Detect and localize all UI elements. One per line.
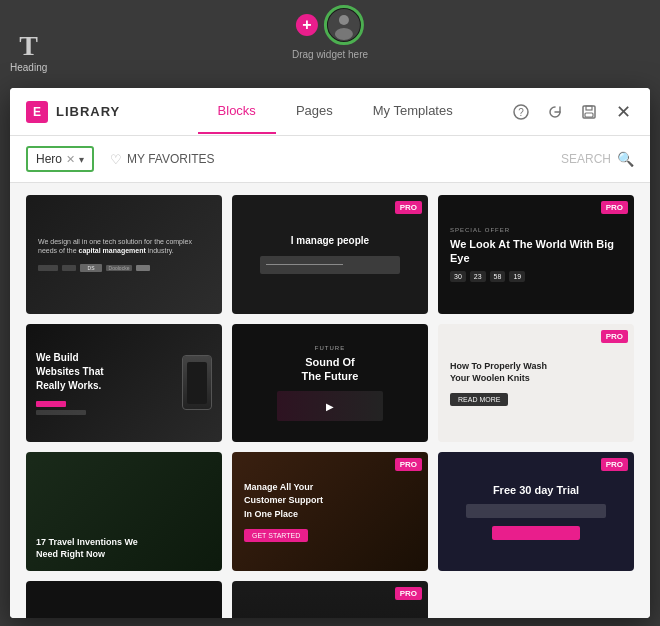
- block-text: We BuildWebsites ThatReally Works.: [36, 351, 174, 415]
- block-item[interactable]: I manage people: [26, 581, 222, 618]
- timer-unit: 58: [490, 271, 506, 282]
- block-item[interactable]: PRO How To Properly WashYour Woolen Knit…: [438, 324, 634, 443]
- block-item[interactable]: PRO WELCOME!: [232, 581, 428, 618]
- search-area: SEARCH 🔍: [561, 151, 634, 167]
- block-logos: DS Doolocke: [38, 264, 210, 272]
- block-title: We Look At The World With Big Eye: [450, 237, 622, 266]
- widget-preview-circle: [324, 5, 364, 45]
- block-title: We BuildWebsites ThatReally Works.: [36, 351, 174, 393]
- drag-widget-area: + Drag widget here: [292, 5, 368, 60]
- library-logo: E: [26, 101, 48, 123]
- pro-badge: PRO: [395, 587, 422, 600]
- block-item[interactable]: PRO Manage All YourCustomer SupportIn On…: [232, 452, 428, 571]
- modal-header-actions: ? ✕: [510, 101, 634, 123]
- phone-mockup: [182, 355, 212, 410]
- help-icon: ?: [513, 104, 529, 120]
- category-label: Hero: [36, 152, 62, 166]
- block-thumbnail: [277, 391, 383, 421]
- tab-my-templates[interactable]: My Templates: [353, 89, 473, 134]
- favorites-button[interactable]: ♡ MY FAVORITES: [102, 148, 223, 171]
- logo-3: DS: [80, 264, 102, 272]
- favorites-label: MY FAVORITES: [127, 152, 215, 166]
- drag-widget-text: Drag widget here: [292, 49, 368, 60]
- timer-unit: 23: [470, 271, 486, 282]
- blocks-grid: We design all in one tech solution for t…: [26, 195, 634, 618]
- dropdown-chevron-icon: ▾: [79, 154, 84, 165]
- svg-text:?: ?: [518, 107, 524, 118]
- block-title: How To Properly WashYour Woolen Knits: [450, 360, 622, 385]
- block-item[interactable]: PRO SPECIAL OFFER We Look At The World W…: [438, 195, 634, 314]
- filter-bar: Hero ✕ ▾ ♡ MY FAVORITES SEARCH 🔍: [10, 136, 650, 183]
- category-dropdown[interactable]: Hero ✕ ▾: [26, 146, 94, 172]
- block-input: [260, 256, 401, 274]
- block-form-button: [492, 526, 580, 540]
- block-title: Sound OfThe Future: [302, 355, 359, 384]
- save-icon: [581, 104, 597, 120]
- library-modal: E LIBRARY Blocks Pages My Templates ?: [10, 88, 650, 618]
- widget-icon: [327, 8, 361, 42]
- modal-tabs: Blocks Pages My Templates: [160, 89, 510, 134]
- pro-badge: PRO: [395, 201, 422, 214]
- block-item[interactable]: FUTURE Sound OfThe Future: [232, 324, 428, 443]
- heart-icon: ♡: [110, 152, 122, 167]
- refresh-button[interactable]: [544, 101, 566, 123]
- block-item[interactable]: PRO Free 30 day Trial: [438, 452, 634, 571]
- pro-badge: PRO: [601, 458, 628, 471]
- heading-widget: T Heading: [10, 30, 47, 73]
- timer-unit: 19: [509, 271, 525, 282]
- pro-badge: PRO: [601, 330, 628, 343]
- tab-pages[interactable]: Pages: [276, 89, 353, 134]
- block-title: 17 Travel Inventions WeNeed Right Now: [36, 536, 212, 561]
- block-item[interactable]: 17 Travel Inventions WeNeed Right Now: [26, 452, 222, 571]
- block-button: READ MORE: [450, 393, 508, 406]
- logo-1: [38, 265, 58, 271]
- search-button[interactable]: 🔍: [617, 151, 634, 167]
- logo-2: [62, 265, 76, 271]
- svg-rect-6: [586, 106, 592, 110]
- add-widget-button[interactable]: +: [296, 14, 318, 36]
- search-placeholder-text: SEARCH: [561, 152, 611, 166]
- refresh-icon: [547, 104, 563, 120]
- help-button[interactable]: ?: [510, 101, 532, 123]
- block-item[interactable]: We design all in one tech solution for t…: [26, 195, 222, 314]
- block-title: Free 30 day Trial: [493, 484, 579, 496]
- pro-badge: PRO: [601, 201, 628, 214]
- block-item[interactable]: We BuildWebsites ThatReally Works.: [26, 324, 222, 443]
- logo-5: [136, 265, 150, 271]
- block-form-input: [466, 504, 607, 518]
- svg-point-1: [339, 15, 349, 25]
- block-text: We design all in one tech solution for t…: [38, 237, 210, 257]
- blocks-grid-container[interactable]: We design all in one tech solution for t…: [10, 183, 650, 618]
- library-title: LIBRARY: [56, 104, 120, 119]
- timer-unit: 30: [450, 271, 466, 282]
- block-title: Manage All YourCustomer SupportIn One Pl…: [244, 481, 416, 522]
- clear-category-button[interactable]: ✕: [66, 153, 75, 166]
- block-label: SPECIAL OFFER: [450, 227, 622, 233]
- close-button[interactable]: ✕: [612, 101, 634, 123]
- tab-blocks[interactable]: Blocks: [198, 89, 276, 134]
- logo-4: Doolocke: [106, 265, 132, 271]
- text-icon: T: [19, 30, 38, 62]
- svg-point-2: [335, 28, 353, 40]
- block-timer: 30 23 58 19: [450, 271, 622, 282]
- pro-badge: PRO: [395, 458, 422, 471]
- modal-header: E LIBRARY Blocks Pages My Templates ?: [10, 88, 650, 136]
- block-item[interactable]: PRO I manage people: [232, 195, 428, 314]
- save-template-button[interactable]: [578, 101, 600, 123]
- svg-rect-7: [585, 113, 593, 117]
- block-text: I manage people: [291, 235, 369, 246]
- heading-label: Heading: [10, 62, 47, 73]
- block-button: GET STARTED: [244, 529, 308, 542]
- block-subtitle: FUTURE: [315, 345, 345, 351]
